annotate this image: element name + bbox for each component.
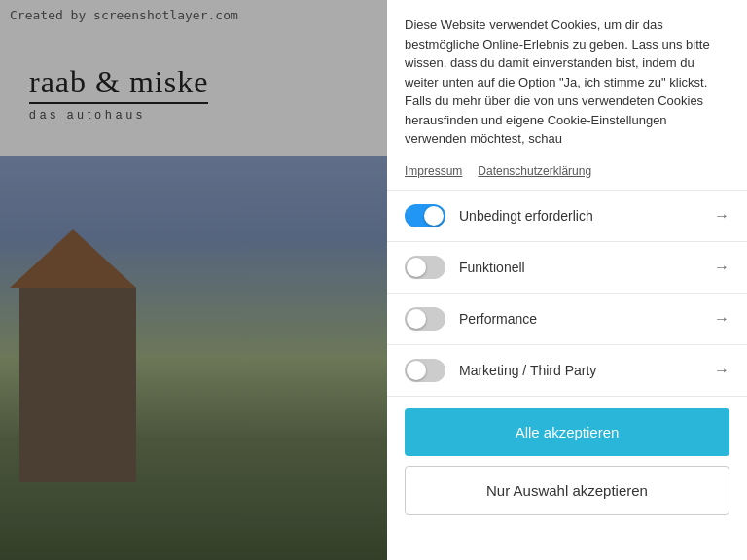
toggle-knob-performance	[407, 309, 426, 329]
cookie-row-funktionell[interactable]: Funktionell →	[387, 241, 747, 293]
cookie-options: Unbedingt erforderlich → Funktionell → P…	[387, 190, 747, 397]
arrow-icon-performance: →	[714, 310, 729, 328]
datenschutz-link[interactable]: Datenschutzerklärung	[478, 164, 591, 178]
accept-selection-button[interactable]: Nur Auswahl akzeptieren	[405, 466, 729, 515]
toggle-unbedingt[interactable]	[405, 204, 445, 228]
toggle-funktionell[interactable]	[405, 256, 445, 279]
toggle-knob-funktionell	[407, 258, 426, 277]
arrow-icon-marketing: →	[714, 362, 729, 379]
cookie-row-unbedingt[interactable]: Unbedingt erforderlich →	[387, 190, 747, 241]
cookie-row-performance[interactable]: Performance →	[387, 293, 747, 344]
modal-links: Impressum Datenschutzerklärung	[387, 160, 747, 190]
accept-all-button[interactable]: Alle akzeptieren	[405, 408, 729, 456]
cookie-row-marketing[interactable]: Marketing / Third Party →	[387, 344, 747, 397]
arrow-icon-unbedingt: →	[714, 207, 729, 225]
toggle-marketing[interactable]	[405, 359, 445, 382]
modal-description: Diese Website verwendet Cookies, um dir …	[387, 0, 747, 160]
toggle-knob-unbedingt	[424, 206, 444, 226]
modal-buttons: Alle akzeptieren Nur Auswahl akzeptieren	[387, 397, 747, 527]
cookie-label-funktionell: Funktionell	[459, 260, 714, 275]
impressum-link[interactable]: Impressum	[405, 164, 462, 178]
toggle-performance[interactable]	[405, 307, 445, 331]
cookie-label-performance: Performance	[459, 311, 714, 327]
cookie-label-unbedingt: Unbedingt erforderlich	[459, 208, 714, 224]
cookie-modal: Diese Website verwendet Cookies, um dir …	[387, 0, 747, 560]
toggle-knob-marketing	[407, 361, 426, 380]
cookie-label-marketing: Marketing / Third Party	[459, 363, 714, 378]
arrow-icon-funktionell: →	[714, 259, 729, 276]
